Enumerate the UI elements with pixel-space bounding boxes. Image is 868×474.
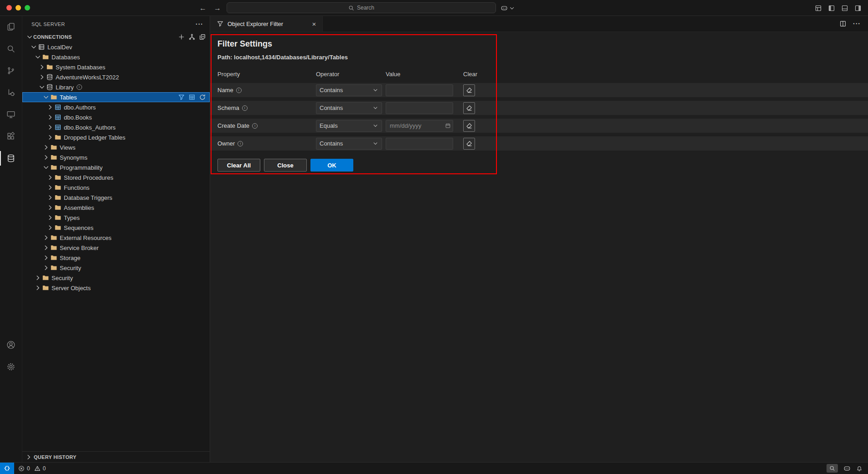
refresh-icon[interactable]	[199, 94, 206, 101]
activity-item-sql-server-icon[interactable]	[0, 147, 22, 169]
toggle-primary-sidebar-icon[interactable]	[828, 5, 835, 12]
clear-schema-filter-button[interactable]	[463, 102, 475, 114]
activity-item-settings-gear-icon[interactable]	[0, 356, 22, 378]
tab-object-explorer-filter[interactable]: Object Explorer Filter ×	[210, 16, 323, 31]
chevron-right-icon[interactable]	[42, 234, 50, 241]
tree-item-database-triggers[interactable]: Database Triggers	[22, 193, 210, 203]
tree-item-service-broker[interactable]: Service Broker	[22, 243, 210, 253]
activity-item-run-debug-icon[interactable]	[0, 82, 22, 104]
tree-item-dbo-books-authors[interactable]: dbo.Books_Authors	[22, 122, 210, 132]
chevron-down-icon[interactable]	[42, 94, 50, 101]
chevron-right-icon[interactable]	[38, 73, 46, 81]
chevron-right-icon[interactable]	[46, 214, 54, 221]
forward-icon[interactable]: →	[214, 4, 221, 12]
tree-item-functions[interactable]: Functions	[22, 182, 210, 193]
owner-operator-select[interactable]: Contains	[316, 138, 382, 150]
clear-owner-filter-button[interactable]	[463, 138, 475, 150]
chevron-right-icon[interactable]	[46, 224, 54, 231]
close-button[interactable]: Close	[264, 159, 307, 172]
customize-layout-icon[interactable]	[815, 5, 822, 12]
tree-item-security[interactable]: Security	[22, 263, 210, 273]
command-center-search[interactable]: Search	[227, 2, 496, 13]
more-actions-icon[interactable]: ···	[853, 20, 861, 27]
activity-item-search-icon[interactable]	[0, 38, 22, 60]
notifications-bell-icon[interactable]	[856, 465, 863, 472]
remote-indicator[interactable]	[0, 463, 14, 474]
close-window-button[interactable]	[6, 5, 12, 10]
chevron-right-icon[interactable]	[46, 204, 54, 211]
chevron-right-icon[interactable]	[42, 154, 50, 161]
maximize-window-button[interactable]	[25, 5, 30, 10]
chevron-down-icon[interactable]	[26, 33, 33, 41]
zoom-indicator-icon[interactable]	[827, 464, 838, 473]
split-editor-icon[interactable]	[839, 20, 847, 27]
activity-item-explorer-icon[interactable]	[0, 16, 22, 38]
clear-create-date-filter-button[interactable]	[463, 120, 475, 132]
close-tab-icon[interactable]: ×	[310, 19, 319, 28]
tree-item-adventureworkslt2022[interactable]: AdventureWorksLT2022	[22, 72, 210, 82]
chevron-right-icon[interactable]	[42, 244, 50, 251]
chevron-right-icon[interactable]	[42, 254, 50, 261]
chevron-right-icon[interactable]	[42, 144, 50, 151]
chevron-right-icon[interactable]	[34, 274, 41, 281]
minimize-window-button[interactable]	[16, 5, 21, 10]
chevron-down-icon[interactable]	[30, 43, 37, 51]
schema-operator-select[interactable]: Contains	[316, 102, 382, 114]
tree-item-databases[interactable]: Databases	[22, 52, 210, 62]
tree-item-stored-procedures[interactable]: Stored Procedures	[22, 172, 210, 182]
tree-item-dropped-ledger-tables[interactable]: Dropped Ledger Tables	[22, 132, 210, 142]
owner-value-input[interactable]	[386, 138, 453, 150]
tree-item-server-objects[interactable]: Server Objects	[22, 283, 210, 293]
name-value-input[interactable]	[386, 84, 453, 96]
problems-indicator[interactable]: 0 0	[14, 465, 47, 472]
schema-value-input[interactable]	[386, 102, 453, 114]
chevron-right-icon[interactable]	[46, 104, 54, 111]
chevron-right-icon[interactable]	[46, 124, 54, 131]
activity-item-remote-explorer-icon[interactable]	[0, 104, 22, 125]
tree-item-storage[interactable]: Storage	[22, 253, 210, 263]
connection-group-icon[interactable]	[188, 33, 196, 41]
filter-icon[interactable]	[178, 94, 185, 101]
activity-item-account-icon[interactable]	[0, 334, 22, 356]
add-connection-icon[interactable]	[178, 33, 185, 41]
table-designer-icon[interactable]	[188, 94, 196, 101]
tree-item-system-databases[interactable]: System Databases	[22, 62, 210, 72]
tree-item-external-resources[interactable]: External Resources	[22, 233, 210, 243]
activity-item-extensions-icon[interactable]	[0, 125, 22, 147]
tree-item-library[interactable]: Libraryi	[22, 82, 210, 92]
clear-all-button[interactable]: Clear All	[217, 159, 260, 172]
tree-item-programmability[interactable]: Programmability	[22, 162, 210, 172]
chevron-right-icon[interactable]	[46, 194, 54, 201]
chevron-down-icon[interactable]	[42, 164, 50, 171]
copilot-icon[interactable]	[843, 465, 851, 472]
tree-item-tables[interactable]: Tables	[22, 92, 210, 102]
ok-button[interactable]: OK	[310, 159, 353, 172]
more-actions-icon[interactable]: ···	[196, 21, 203, 28]
chevron-right-icon[interactable]	[38, 63, 46, 71]
create-date-operator-select[interactable]: Equals	[316, 120, 382, 132]
tree-item-synonyms[interactable]: Synonyms	[22, 152, 210, 162]
query-history-section[interactable]: QUERY HISTORY	[22, 451, 210, 462]
tree-item-sequences[interactable]: Sequences	[22, 223, 210, 233]
name-operator-select[interactable]: Contains	[316, 84, 382, 96]
tree-item-security[interactable]: Security	[22, 273, 210, 283]
chevron-right-icon[interactable]	[42, 264, 50, 271]
toggle-secondary-sidebar-icon[interactable]	[854, 5, 862, 12]
chevron-right-icon[interactable]	[46, 134, 54, 141]
toggle-panel-icon[interactable]	[841, 5, 848, 12]
create-date-value-input[interactable]	[386, 120, 453, 132]
calendar-icon[interactable]	[445, 123, 451, 129]
copilot-menu[interactable]	[501, 0, 515, 16]
tree-item-views[interactable]: Views	[22, 142, 210, 152]
chevron-down-icon[interactable]	[38, 83, 46, 91]
tree-item-dbo-books[interactable]: dbo.Books	[22, 112, 210, 122]
chevron-right-icon[interactable]	[46, 184, 54, 191]
chevron-right-icon[interactable]	[46, 174, 54, 181]
activity-item-source-control-icon[interactable]	[0, 60, 22, 82]
clear-name-filter-button[interactable]	[463, 84, 475, 96]
back-icon[interactable]: ←	[199, 4, 207, 12]
tree-item-assemblies[interactable]: Assemblies	[22, 203, 210, 213]
tree-item-connections[interactable]: CONNECTIONS	[22, 32, 210, 42]
tree-item-types[interactable]: Types	[22, 213, 210, 223]
tree-item-localdev[interactable]: LocalDev	[22, 42, 210, 52]
